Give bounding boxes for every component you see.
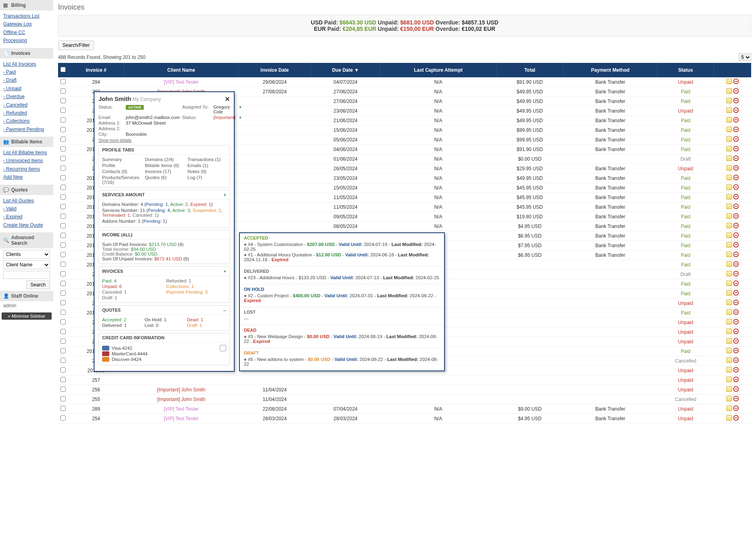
table-row[interactable]: 289[VIP] Test Tester22/08/202407/04/2024…: [58, 404, 751, 414]
delete-icon[interactable]: [733, 348, 739, 353]
delete-icon[interactable]: [733, 98, 739, 103]
sidebar-link[interactable]: List All Quotes: [3, 197, 50, 205]
sidebar-link[interactable]: - Payment Pending: [3, 125, 50, 133]
profile-tab-link[interactable]: Log (7): [187, 175, 226, 185]
edit-icon[interactable]: [726, 386, 732, 392]
edit-icon[interactable]: [726, 204, 732, 209]
profile-tab-link[interactable]: Quotes (6): [145, 175, 184, 185]
row-checkbox[interactable]: [60, 156, 66, 161]
sidebar-link[interactable]: - Uninvoiced Items: [3, 157, 50, 165]
row-checkbox[interactable]: [60, 262, 66, 267]
edit-icon[interactable]: [726, 155, 732, 161]
select-all-checkbox[interactable]: [60, 67, 66, 72]
minimise-sidebar-button[interactable]: « Minimise Sidebar: [2, 312, 52, 320]
row-checkbox[interactable]: [60, 204, 66, 209]
sidebar-link[interactable]: - Overdue: [3, 93, 50, 101]
row-checkbox[interactable]: [60, 415, 66, 421]
delete-icon[interactable]: [733, 377, 739, 382]
delete-icon[interactable]: [733, 328, 739, 334]
sidebar-link[interactable]: Create New Quote: [3, 221, 50, 229]
profile-tab-link[interactable]: Emails (1): [187, 163, 226, 168]
delete-icon[interactable]: [733, 319, 739, 324]
search-input[interactable]: [3, 271, 50, 279]
profile-tab-link[interactable]: Billable Items (0): [145, 163, 184, 168]
edit-icon[interactable]: [726, 280, 732, 286]
sidebar-link[interactable]: Offline CC Processing: [3, 28, 50, 45]
edit-icon[interactable]: [726, 338, 732, 344]
sidebar-link[interactable]: - Refunded: [3, 109, 50, 117]
profile-tab-link[interactable]: Contacts (0): [102, 169, 141, 174]
search-button[interactable]: Search: [26, 280, 50, 289]
delete-icon[interactable]: [733, 194, 739, 199]
search-filter-button[interactable]: Search/Filter: [58, 40, 94, 50]
sidebar-link[interactable]: Add New: [3, 173, 50, 181]
sidebar-link[interactable]: List All Billable Items: [3, 149, 50, 157]
profile-tab-link[interactable]: Profile: [102, 163, 141, 168]
delete-icon[interactable]: [733, 309, 739, 315]
delete-icon[interactable]: [733, 88, 739, 94]
row-checkbox[interactable]: [60, 329, 66, 334]
sidebar-link[interactable]: - Unpaid: [3, 85, 50, 93]
profile-tab-link[interactable]: Products/Services (7/16): [102, 175, 141, 185]
delete-icon[interactable]: [733, 405, 739, 411]
edit-icon[interactable]: [726, 290, 732, 296]
profile-tab-link[interactable]: Notes (0): [187, 169, 226, 174]
delete-icon[interactable]: [733, 338, 739, 344]
delete-icon[interactable]: [733, 107, 739, 113]
sidebar-link[interactable]: List All Invoices: [3, 60, 50, 68]
row-checkbox[interactable]: [60, 281, 66, 286]
row-checkbox[interactable]: [60, 223, 66, 228]
delete-icon[interactable]: [733, 415, 739, 421]
profile-tab-link[interactable]: Summary: [102, 157, 141, 162]
table-row[interactable]: 254[VIP] Test Tester28/03/202428/03/2024…: [58, 414, 751, 423]
delete-icon[interactable]: [733, 117, 739, 123]
edit-icon[interactable]: [726, 367, 732, 373]
delete-icon[interactable]: [733, 184, 739, 190]
delete-icon[interactable]: [733, 213, 739, 219]
row-checkbox[interactable]: [60, 377, 66, 382]
quote-item[interactable]: ● #3 - New Webpage Design - $0.00 USD - …: [244, 334, 440, 344]
profile-tab-link[interactable]: Transactions (1): [187, 157, 226, 162]
delete-icon[interactable]: [733, 396, 739, 401]
row-checkbox[interactable]: [60, 79, 66, 84]
edit-icon[interactable]: [726, 88, 732, 94]
edit-icon[interactable]: [726, 377, 732, 382]
delete-icon[interactable]: [733, 386, 739, 392]
edit-icon[interactable]: [726, 117, 732, 123]
row-checkbox[interactable]: [60, 339, 66, 344]
edit-icon[interactable]: [726, 396, 732, 401]
delete-icon[interactable]: [733, 367, 739, 373]
row-checkbox[interactable]: [60, 117, 66, 123]
row-checkbox[interactable]: [60, 358, 66, 363]
row-checkbox[interactable]: [60, 300, 66, 305]
delete-icon[interactable]: [733, 252, 739, 257]
delete-icon[interactable]: [733, 175, 739, 180]
edit-icon[interactable]: [726, 348, 732, 353]
edit-icon[interactable]: [726, 271, 732, 276]
edit-icon[interactable]: [726, 252, 732, 257]
delete-icon[interactable]: [733, 165, 739, 171]
edit-icon[interactable]: [726, 300, 732, 305]
row-checkbox[interactable]: [60, 165, 66, 171]
edit-icon[interactable]: [726, 127, 732, 132]
delete-icon[interactable]: [733, 242, 739, 248]
table-header[interactable]: Invoice Date: [239, 63, 311, 77]
delete-icon[interactable]: [733, 146, 739, 151]
row-checkbox[interactable]: [60, 387, 66, 392]
edit-icon[interactable]: [726, 242, 732, 248]
edit-icon[interactable]: [726, 136, 732, 142]
row-checkbox[interactable]: [60, 367, 66, 373]
delete-icon[interactable]: [733, 127, 739, 132]
profile-tab-link[interactable]: Domains (2/4): [145, 157, 184, 162]
sidebar-link[interactable]: Gateway Log: [3, 20, 50, 28]
row-checkbox[interactable]: [60, 271, 66, 276]
row-checkbox[interactable]: [60, 242, 66, 248]
show-more-link[interactable]: Show more details: [99, 138, 131, 143]
table-header[interactable]: Client Name: [124, 63, 238, 77]
table-row[interactable]: 257Unpaid: [58, 375, 751, 385]
row-checkbox[interactable]: [60, 290, 66, 296]
edit-icon[interactable]: [726, 261, 732, 267]
table-row[interactable]: 256[Important] John Smith11/04/2024Unpai…: [58, 385, 751, 395]
edit-icon[interactable]: [726, 357, 732, 363]
edit-icon[interactable]: [726, 309, 732, 315]
